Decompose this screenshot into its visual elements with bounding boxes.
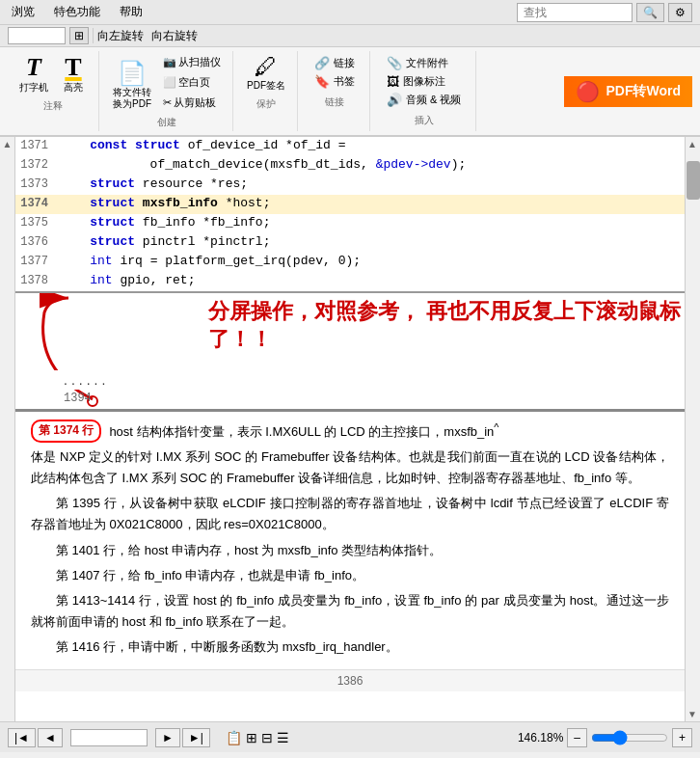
ribbon-group-insert: 📎 文件附件 🖼 图像标注 🔊 音频 & 视频 插入 bbox=[372, 51, 476, 131]
page-number-display: 1386 bbox=[337, 674, 363, 688]
menu-bar: 浏览 特色功能 帮助 🔍 ⚙ bbox=[0, 0, 700, 25]
code-line-1377: 1377 int irq = platform_get_irq(pdev, 0)… bbox=[15, 253, 685, 272]
code-content-1374: struct mxsfb_info *host; bbox=[56, 196, 685, 210]
sign-icon: 🖊 bbox=[255, 55, 278, 78]
ribbon-attachment-btn[interactable]: 📎 文件附件 bbox=[384, 55, 451, 71]
ribbon-typewriter-btn[interactable]: T 打字机 bbox=[15, 53, 52, 95]
image-annotation-label: 图像标注 bbox=[403, 74, 445, 89]
scrollbar-left[interactable]: ▲ bbox=[0, 137, 15, 721]
zoom-fit-btn[interactable]: ⊞ bbox=[69, 27, 89, 44]
red-arrow-svg bbox=[15, 293, 208, 409]
ribbon-bookmark-btn[interactable]: 🔖 书签 bbox=[311, 73, 358, 90]
pdf-to-word-banner[interactable]: 🔴 PDF转Word bbox=[564, 76, 692, 107]
blank-label: 空白页 bbox=[178, 75, 210, 90]
zoom-out-btn[interactable]: – bbox=[567, 728, 587, 747]
highlight-label: 高亮 bbox=[64, 82, 83, 94]
ribbon: T 打字机 T 高亮 注释 📄 将文件转换为PDF 📷 从扫描仪 ⬜ bbox=[0, 47, 700, 137]
content-pane: 1371 const struct of_device_id *of_id = … bbox=[15, 137, 685, 721]
ribbon-sign-btn[interactable]: 🖊 PDF签名 bbox=[243, 53, 289, 94]
ribbon-convert-pdf-btn[interactable]: 📄 将文件转换为PDF bbox=[109, 60, 155, 112]
ribbon-link-btn[interactable]: 🔗 链接 bbox=[311, 55, 358, 71]
scroll-down-right[interactable]: ▼ bbox=[686, 707, 700, 721]
ribbon-group-protect-label: 保护 bbox=[256, 97, 276, 111]
list-icon: ☰ bbox=[277, 730, 289, 745]
scroll-up-arrow[interactable]: ▲ bbox=[1, 137, 14, 151]
page-input[interactable]: 1384 / 1732 bbox=[70, 729, 148, 746]
search-input[interactable] bbox=[517, 3, 633, 22]
line-badge: 第 1374 行 bbox=[31, 420, 101, 442]
typewriter-label: 打字机 bbox=[19, 82, 48, 94]
ribbon-scan-btn[interactable]: 📷 从扫描仪 bbox=[159, 53, 225, 71]
clipboard-icon: ✂ bbox=[163, 96, 172, 109]
menu-item-browse[interactable]: 浏览 bbox=[8, 2, 39, 22]
annotation-area: 分屏操作，对照参考， 再也不用反复上下滚动鼠标了！！ ...... 1394 bbox=[15, 293, 685, 409]
line-num-1375: 1375 bbox=[15, 216, 56, 230]
code-line-1375: 1375 struct fb_info *fb_info; bbox=[15, 214, 685, 233]
code-content-1377: int irq = platform_get_irq(pdev, 0); bbox=[56, 254, 685, 268]
ribbon-blank-btn[interactable]: ⬜ 空白页 bbox=[159, 73, 225, 92]
nav-first-btn[interactable]: |◄ bbox=[8, 728, 36, 747]
scroll-up-right[interactable]: ▲ bbox=[686, 137, 700, 151]
blank-icon: ⬜ bbox=[163, 76, 176, 89]
line-num-1372: 1372 bbox=[15, 158, 56, 172]
code-line-1374: 1374 struct mxsfb_info *host; bbox=[15, 195, 685, 214]
copy-icon: 📋 bbox=[226, 730, 242, 745]
line-num-1374: 1374 bbox=[15, 197, 56, 210]
menu-item-features[interactable]: 特色功能 bbox=[50, 2, 104, 22]
annotation-text: 分屏操作，对照参考， 再也不用反复上下滚动鼠标了！！ bbox=[208, 298, 685, 353]
scan-icon: 📷 bbox=[163, 56, 176, 68]
ribbon-group-link: 🔗 链接 🔖 书签 链接 bbox=[300, 51, 370, 131]
scrollbar-right[interactable]: ▲ ▼ bbox=[685, 137, 700, 721]
code-line-1373: 1373 struct resource *res; bbox=[15, 176, 685, 195]
ribbon-image-annotation-btn[interactable]: 🖼 图像标注 bbox=[384, 73, 448, 90]
link-icon: 🔗 bbox=[314, 56, 330, 70]
text-para3: 第 1401 行，给 host 申请内存，host 为 mxsfb_info 类… bbox=[31, 540, 669, 561]
ribbon-group-create: 📄 将文件转换为PDF 📷 从扫描仪 ⬜ 空白页 ✂ 从剪贴板 创建 bbox=[101, 51, 233, 131]
rotate-left-label[interactable]: 向左旋转 bbox=[97, 28, 144, 44]
link-label: 链接 bbox=[334, 56, 355, 70]
pdf-icon: 🔴 bbox=[576, 80, 600, 103]
menu-item-help[interactable]: 帮助 bbox=[116, 2, 147, 22]
line-num-1376: 1376 bbox=[15, 235, 56, 249]
main-area: ▲ 1371 const struct of_device_id *of_id … bbox=[0, 137, 700, 721]
bottom-bar: |◄ ◄ 1384 / 1732 ► ►| 📋 ⊞ ⊟ ☰ 146.18% – … bbox=[0, 721, 700, 752]
zoom-slider[interactable] bbox=[591, 730, 668, 745]
code-content-1371: const struct of_device_id *of_id = bbox=[56, 138, 685, 152]
text-para1-cont: 体是 NXP 定义的针对 I.MX 系列 SOC 的 Framebuffer 设… bbox=[31, 447, 669, 489]
settings-button[interactable]: ⚙ bbox=[668, 3, 692, 22]
text-section: 第 1374 行 host 结构体指针变量，表示 I.MX6ULL 的 LCD … bbox=[15, 412, 685, 669]
rotate-right-label[interactable]: 向右旋转 bbox=[151, 28, 198, 44]
code-line-1372: 1372 of_match_device(mxsfb_dt_ids, &pdev… bbox=[15, 156, 685, 176]
nav-prev-btn[interactable]: ◄ bbox=[38, 728, 63, 747]
ribbon-group-create-label: 创建 bbox=[157, 116, 176, 129]
ribbon-audio-video-btn[interactable]: 🔊 音频 & 视频 bbox=[384, 92, 464, 108]
bookmark-label: 书签 bbox=[334, 74, 355, 89]
line-num-1371: 1371 bbox=[15, 139, 56, 152]
ribbon-group-annotation-label: 注释 bbox=[43, 99, 63, 113]
bottom-right: 146.18% – + bbox=[518, 728, 692, 747]
pdf-banner-label: PDF转Word bbox=[606, 83, 681, 100]
nav-last-btn[interactable]: ►| bbox=[182, 728, 210, 747]
search-button[interactable]: 🔍 bbox=[636, 3, 664, 22]
code-line-1378: 1378 int gpio, ret; bbox=[15, 272, 685, 291]
ellipsis-line: ...... bbox=[15, 370, 109, 390]
highlight-icon: T bbox=[65, 55, 81, 80]
bottom-nav: |◄ ◄ bbox=[8, 728, 63, 747]
zoom-in-btn[interactable]: + bbox=[672, 728, 692, 747]
ribbon-group-protect: 🖊 PDF签名 保护 bbox=[235, 51, 298, 131]
code-section: 1371 const struct of_device_id *of_id = … bbox=[15, 137, 685, 293]
code-content-1375: struct fb_info *fb_info; bbox=[56, 215, 685, 230]
convert-pdf-icon: 📄 bbox=[118, 62, 147, 85]
code-content-1376: struct pinctrl *pinctrl; bbox=[56, 234, 685, 249]
attachment-label: 文件附件 bbox=[406, 56, 448, 70]
zoom-input[interactable]: 146.18% bbox=[8, 27, 66, 44]
image-annotation-icon: 🖼 bbox=[387, 74, 399, 89]
ribbon-highlight-btn[interactable]: T 高亮 bbox=[56, 53, 91, 95]
ribbon-clipboard-btn[interactable]: ✂ 从剪贴板 bbox=[159, 94, 225, 112]
text-para5: 第 1413~1414 行，设置 host 的 fb_info 成员变量为 fb… bbox=[31, 590, 669, 633]
nav-next-btn[interactable]: ► bbox=[155, 728, 180, 747]
audio-video-label: 音频 & 视频 bbox=[406, 93, 461, 107]
ribbon-group-link-label: 链接 bbox=[325, 95, 344, 109]
columns-icon: ⊟ bbox=[261, 730, 273, 745]
scroll-thumb[interactable] bbox=[687, 161, 700, 200]
